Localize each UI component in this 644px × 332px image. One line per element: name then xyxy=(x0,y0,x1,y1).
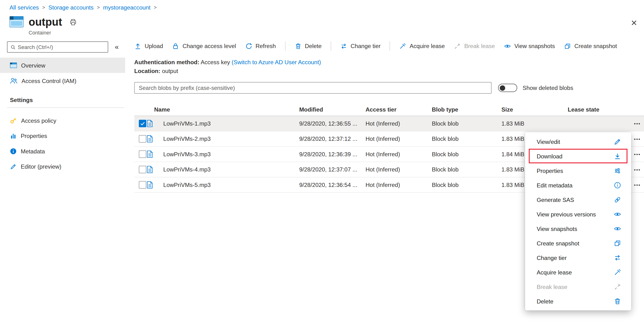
blob-modified: 9/28/2020, 12:36:55 ... xyxy=(299,120,366,127)
menu-item-change-tier[interactable]: Change tier xyxy=(525,250,631,265)
blob-name[interactable]: LowPriVMs-3.mp3 xyxy=(158,151,299,158)
location-line: Location: output xyxy=(134,67,644,76)
pencil-icon xyxy=(614,138,621,145)
sidebar-item-overview[interactable]: Overview xyxy=(0,58,125,73)
eye-icon xyxy=(504,42,511,50)
sidebar-item-metadata[interactable]: Metadata xyxy=(0,144,125,159)
page-header: output Container xyxy=(0,11,644,36)
toolbar-divider xyxy=(390,42,390,50)
info-icon xyxy=(614,181,621,188)
switch-auth-link[interactable]: (Switch to Azure AD User Account) xyxy=(232,59,321,66)
sidebar-search-input[interactable] xyxy=(18,44,105,50)
row-checkbox[interactable] xyxy=(139,135,146,142)
change-access-level-button[interactable]: Change access level xyxy=(172,42,236,50)
eye-icon xyxy=(614,210,621,218)
collapse-sidebar-icon[interactable]: « xyxy=(115,43,119,51)
row-checkbox[interactable] xyxy=(139,150,146,158)
azure-portal-container-blade: All services > Storage accounts > mystor… xyxy=(0,0,644,332)
download-icon xyxy=(614,152,621,160)
blob-prefix-search-input[interactable] xyxy=(134,82,492,94)
menu-item-view-edit[interactable]: View/edit xyxy=(525,134,631,149)
upload-button[interactable]: Upload xyxy=(134,42,163,50)
title-block: output Container xyxy=(28,16,76,36)
breadcrumb-storage-accounts[interactable]: Storage accounts xyxy=(48,4,94,11)
row-menu-button[interactable]: ••• xyxy=(627,121,644,126)
link-icon xyxy=(614,196,621,203)
snapshot-icon xyxy=(564,42,571,50)
blob-size: 1.83 MiB xyxy=(502,120,564,127)
sidebar-item-editor-preview[interactable]: Editor (preview) xyxy=(0,159,125,174)
column-header-access-tier[interactable]: Access tier xyxy=(366,106,432,112)
blob-modified: 9/28/2020, 12:37:12 ... xyxy=(299,136,366,142)
break-lease-icon xyxy=(454,42,461,50)
acquire-lease-button[interactable]: Acquire lease xyxy=(399,42,445,50)
menu-item-delete[interactable]: Delete xyxy=(525,294,631,308)
page-title: output xyxy=(28,16,62,28)
sidebar-item-access-control-iam[interactable]: Access Control (IAM) xyxy=(0,73,125,88)
sidebar-item-access-policy[interactable]: Access policy xyxy=(0,113,125,128)
close-button[interactable]: ✕ xyxy=(631,19,637,27)
blob-type: Block blob xyxy=(432,151,502,158)
search-icon xyxy=(10,44,16,50)
row-checkbox[interactable] xyxy=(139,181,146,188)
change-tier-icon xyxy=(614,254,621,261)
row-checkbox[interactable] xyxy=(139,120,146,127)
blob-name[interactable]: LowPriVMs-5.mp3 xyxy=(158,182,299,188)
divider xyxy=(7,107,124,108)
refresh-button[interactable]: Refresh xyxy=(245,42,276,50)
sidebar-item-label: Access policy xyxy=(21,117,56,124)
blob-name[interactable]: LowPriVMs-2.mp3 xyxy=(158,136,299,142)
delete-button[interactable]: Delete xyxy=(294,42,322,50)
menu-item-acquire-lease[interactable]: Acquire lease xyxy=(525,265,631,280)
upload-icon xyxy=(134,42,142,50)
acquire-lease-icon xyxy=(399,42,406,50)
change-tier-button[interactable]: Change tier xyxy=(340,42,381,50)
key-icon xyxy=(10,117,17,124)
trash-icon xyxy=(614,297,621,305)
menu-item-generate-sas[interactable]: Generate SAS xyxy=(525,192,631,207)
breadcrumb: All services > Storage accounts > mystor… xyxy=(0,0,644,11)
sidebar: « Overview xyxy=(0,38,125,193)
page-subtitle: Container xyxy=(28,30,76,36)
menu-item-properties[interactable]: Properties xyxy=(525,164,631,178)
menu-item-edit-metadata[interactable]: Edit metadata xyxy=(525,178,631,192)
blob-access-tier: Hot (Inferred) xyxy=(366,136,432,142)
menu-item-create-snapshot[interactable]: Create snapshot xyxy=(525,236,631,250)
container-icon xyxy=(10,16,24,28)
column-header-modified[interactable]: Modified xyxy=(299,106,366,112)
blob-name[interactable]: LowPriVMs-1.mp3 xyxy=(158,120,299,127)
table-row[interactable]: LowPriVMs-1.mp3 9/28/2020, 12:36:55 ... … xyxy=(134,116,644,131)
menu-item-view-previous-versions[interactable]: View previous versions xyxy=(525,207,631,222)
breadcrumb-all-services[interactable]: All services xyxy=(10,4,39,11)
sidebar-item-properties[interactable]: Properties xyxy=(0,128,125,143)
blob-type: Block blob xyxy=(432,120,502,127)
location-value: output xyxy=(162,68,178,74)
break-lease-button[interactable]: Break lease xyxy=(454,42,495,50)
menu-item-download[interactable]: Download xyxy=(529,149,628,164)
menu-item-view-snapshots[interactable]: View snapshots xyxy=(525,222,631,236)
checkmark-icon xyxy=(140,121,145,126)
sidebar-search[interactable] xyxy=(7,42,108,52)
pin-print-icon[interactable] xyxy=(70,18,76,26)
auth-method-value: Access key xyxy=(201,59,230,66)
blob-modified: 9/28/2020, 12:36:39 ... xyxy=(299,151,366,158)
authentication-method-line: Authentication method: Access key (Switc… xyxy=(134,58,644,67)
column-header-blob-type[interactable]: Blob type xyxy=(432,106,502,112)
breadcrumb-mystorageaccount[interactable]: mystorageaccount xyxy=(103,4,150,11)
blob-access-tier: Hot (Inferred) xyxy=(366,166,432,173)
blob-modified: 9/28/2020, 12:36:54 ... xyxy=(299,182,366,188)
column-header-name[interactable]: Name xyxy=(147,106,299,112)
column-header-lease-state[interactable]: Lease state xyxy=(564,106,627,112)
blob-modified: 9/28/2020, 12:37:07 ... xyxy=(299,166,366,173)
trash-icon xyxy=(294,42,302,50)
menu-item-break-lease[interactable]: Break lease xyxy=(525,280,631,294)
show-deleted-blobs-toggle[interactable] xyxy=(498,84,517,92)
create-snapshot-button[interactable]: Create snapshot xyxy=(564,42,617,50)
row-checkbox[interactable] xyxy=(139,166,146,173)
toggle-knob xyxy=(500,85,505,90)
view-snapshots-button[interactable]: View snapshots xyxy=(504,42,555,50)
pencil-icon xyxy=(10,163,17,170)
show-deleted-blobs-label: Show deleted blobs xyxy=(522,84,573,91)
column-header-size[interactable]: Size xyxy=(502,106,564,112)
blob-name[interactable]: LowPriVMs-4.mp3 xyxy=(158,166,299,173)
